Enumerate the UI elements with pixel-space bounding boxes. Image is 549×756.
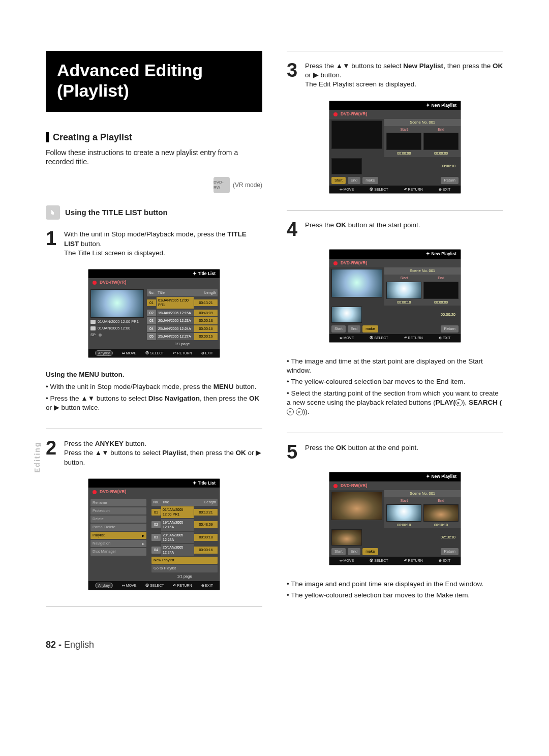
btn-end: End [348, 325, 360, 332]
step-5: 5 Press the OK button at the end point. [287, 443, 503, 461]
footer: 82 - English [46, 639, 503, 651]
osd-bottom-bar: Anykey ⇔ MOVE ⦿ SELECT ↶ RETURN ⊖ EXIT [88, 349, 220, 357]
osd-preview [331, 269, 382, 297]
label: RETURN [408, 336, 423, 340]
title-box: Advanced Editing (Playlist) [46, 51, 262, 112]
select-icon: ⦿ [370, 188, 373, 191]
text-bold: New Playlist [403, 62, 443, 70]
text: Press the [305, 62, 336, 70]
text: button. [233, 383, 256, 390]
osd-bottom-bar: Anykey ⇔ MOVE ⦿ SELECT ↶ RETURN ⊖ EXIT [88, 581, 220, 590]
osd-context-menu: Rename Protection Delete Partial Delete … [90, 499, 146, 579]
select-icon: ⦿ [145, 351, 149, 355]
step-body: Press the OK button at the start point. [305, 221, 503, 238]
label: EXIT [205, 351, 213, 355]
label: EXIT [443, 559, 451, 562]
page-heading: Advanced Editing (Playlist) [57, 60, 251, 101]
divider [287, 210, 503, 210]
label: RETURN [408, 559, 423, 562]
osd-disc-label: DVD-RW(VR) [341, 111, 367, 117]
btn-return: Return [441, 548, 459, 555]
osd-disc-row: DVD-RW(VR) [329, 259, 461, 267]
text: ), [463, 399, 469, 406]
move-icon: ⇔ [122, 584, 125, 587]
rewind-icon: « [287, 408, 294, 415]
label: EXIT [205, 584, 213, 587]
ctx-item: Navigation▶ [90, 540, 146, 547]
start-label: Start [400, 498, 408, 503]
anykey-badge: Anykey [95, 583, 113, 588]
cell: 01/JAN/2005 12:00 PR1 [161, 506, 194, 518]
end-thumb [423, 504, 459, 522]
btn-return: Return [441, 177, 459, 184]
strip-preview [331, 158, 362, 174]
section-title: Creating a Playlist [53, 131, 132, 143]
return-icon: ↶ [173, 351, 176, 355]
right-column: 3 Press the ▲▼ buttons to select New Pla… [287, 51, 503, 614]
cell: 20/JAN/2005 12:23A [161, 532, 194, 543]
osd-bottom-bar: ⇔ MOVE ⦿ SELECT ↶ RETURN ⊖ EXIT [329, 334, 461, 342]
text: With the unit in Stop mode/Playback mode… [64, 230, 227, 238]
disc-dot-icon [333, 112, 338, 116]
osd-disc-row: DVD-RW(VR) [329, 481, 461, 490]
elapsed: 02:10:10 [441, 535, 459, 540]
osd-disc-label: DVD-RW(VR) [341, 260, 367, 266]
text-bold: ANYKEY [95, 440, 124, 447]
vr-mode-label: (VR mode) [233, 181, 262, 189]
osd-row: 0101/JAN/2005 12:00 PR100:13:21 [147, 296, 218, 309]
osd-row: 0219/JAN/2005 12:15A00:48:09 [147, 309, 218, 317]
osd-disc-row: DVD-RW(VR) [88, 278, 220, 287]
text: button. [124, 440, 146, 447]
osd-meta: 01/JAN/2005 12:00 [90, 326, 144, 331]
end-label: End [438, 498, 444, 503]
label: MOVE [126, 584, 137, 587]
label: MOVE [126, 351, 137, 355]
label: MOVE [344, 188, 354, 191]
step-body: Press the ANYKEY button. Press the ▲▼ bu… [64, 439, 262, 467]
text: , then press the [200, 395, 249, 402]
osd-row: 0425/JAN/2005 12:24A00:00:16 [151, 543, 218, 556]
text-bold: Playlist [162, 449, 186, 457]
ts: 00:00:00 [434, 300, 448, 305]
cell: 00:00:18 [194, 317, 218, 324]
elapsed: 00:00:20 [441, 312, 459, 317]
text: Press the [64, 440, 95, 447]
up-down-icon: ▲▼ [81, 394, 95, 403]
divider [287, 433, 503, 433]
cell: 20/JAN/2005 12:23A [157, 317, 194, 324]
label: SELECT [150, 584, 164, 587]
col-length: Length [194, 499, 218, 506]
step-number: 1 [46, 230, 60, 258]
text: The Edit Playlist screen is displayed. [305, 80, 416, 88]
osd-header-text: Title List [193, 271, 216, 276]
list-item: The image and time at the start point ar… [287, 357, 503, 375]
osd-header-text: New Playlist [426, 251, 456, 256]
label: EXIT [443, 188, 451, 191]
sub-title: Using the MENU button. [46, 370, 262, 379]
btn-make: make [362, 177, 378, 184]
text: Press the [305, 221, 336, 229]
cell: 01 [151, 509, 161, 516]
ctx-item: Rename [90, 499, 146, 506]
exit-icon: ⊖ [439, 559, 442, 562]
return-icon: ↶ [404, 188, 407, 191]
exit-icon: ⊖ [201, 584, 204, 587]
osd-context-submenu: No.TitleLength 0101/JAN/2005 12:00 PR100… [151, 499, 218, 579]
chevron-right-icon: ▶ [142, 541, 144, 546]
footer-lang: English [64, 640, 94, 650]
text-bold: OK [336, 444, 346, 451]
cell: 02 [147, 310, 156, 316]
osd-header: New Playlist [329, 101, 461, 110]
end-thumb [423, 133, 459, 150]
elapsed: 00:00:10 [441, 164, 459, 169]
exit-icon: ⊖ [201, 351, 204, 355]
label: MOVE [344, 336, 354, 340]
text-bold: Disc Navigation [148, 395, 200, 402]
text-bold: OK [493, 62, 503, 70]
cell: 19/JAN/2005 12:15A [157, 310, 194, 316]
label: SELECT [374, 559, 388, 562]
osd-preview [331, 492, 382, 520]
text: buttons to select [109, 449, 163, 457]
text: With the unit in Stop mode/Playback mode… [50, 383, 213, 390]
divider [287, 51, 503, 51]
